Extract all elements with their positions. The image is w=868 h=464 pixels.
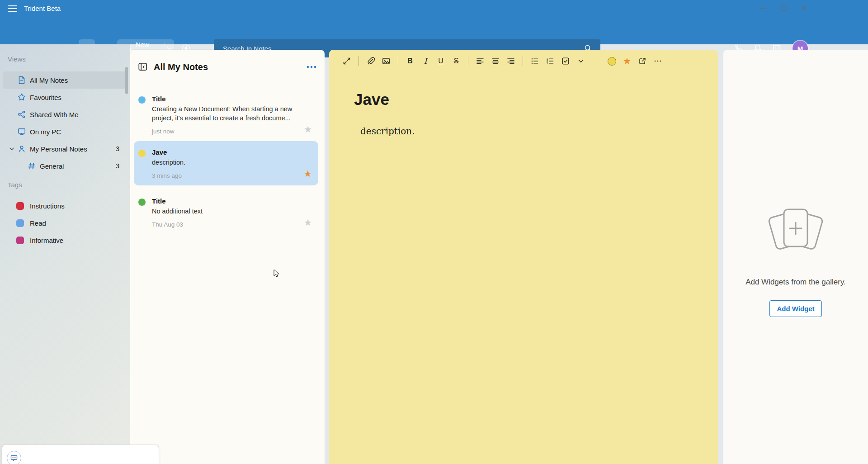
- titlebar: Trident Beta: [0, 0, 868, 18]
- views-list: All My Notes Favourites Shared With Me O…: [0, 71, 130, 175]
- tag-item-informative[interactable]: Informative: [0, 232, 130, 249]
- attach-icon[interactable]: [363, 53, 378, 69]
- underline-icon[interactable]: U: [433, 53, 448, 69]
- tag-color-swatch: [16, 202, 24, 210]
- editor-toolbar: BIUS123★: [329, 50, 718, 71]
- note-body[interactable]: description.: [360, 126, 415, 137]
- note-item-time: Thu Aug 03: [152, 221, 314, 228]
- note-list: Title Creating a New Document: When star…: [130, 88, 325, 234]
- note-list-item[interactable]: Title No additional text Thu Aug 03 ★: [130, 190, 325, 234]
- note-list-title: All My Notes: [154, 62, 208, 72]
- item-count: 3: [116, 162, 127, 170]
- chevron-down-icon[interactable]: [6, 147, 17, 151]
- note-summary: Title No additional text Thu Aug 03: [152, 197, 314, 228]
- person-icon: [17, 144, 26, 153]
- note-summary: Title Creating a New Document: When star…: [152, 95, 314, 135]
- divider: [359, 56, 359, 66]
- note-color-dot: [138, 150, 146, 157]
- tag-label: Read: [30, 219, 46, 227]
- star-icon: [17, 93, 26, 102]
- strikethrough-icon[interactable]: S: [448, 53, 464, 69]
- sidebar-item-favourites[interactable]: Favourites: [3, 89, 127, 106]
- collapse-panel-icon[interactable]: [137, 62, 148, 72]
- color-swatch-icon[interactable]: [604, 53, 619, 69]
- bullet-list-icon[interactable]: [527, 53, 542, 69]
- align-left-icon[interactable]: [472, 53, 488, 69]
- sidebar-item-label: My Personal Notes: [30, 145, 87, 153]
- views-header: Views: [0, 55, 130, 65]
- sidebar-item-label: Shared With Me: [30, 111, 79, 118]
- item-count: 3: [116, 145, 127, 152]
- scrollbar-thumb[interactable]: [125, 67, 128, 94]
- note-color-dot: [138, 96, 146, 104]
- tag-item-read[interactable]: Read: [0, 214, 130, 232]
- bold-icon[interactable]: B: [402, 53, 418, 69]
- app-title: Trident Beta: [24, 5, 61, 12]
- star-icon[interactable]: ★: [304, 169, 312, 178]
- sidebar-item-all-my-notes[interactable]: All My Notes: [3, 71, 127, 89]
- note-title[interactable]: Jave: [354, 90, 389, 109]
- more-options-icon[interactable]: [306, 62, 317, 71]
- minimize-icon[interactable]: [760, 5, 767, 12]
- favourite-star-icon[interactable]: ★: [619, 53, 635, 69]
- sidebar-item-label: All My Notes: [30, 76, 68, 84]
- sidebar-item-label: On my PC: [30, 128, 61, 136]
- tag-color-swatch: [16, 219, 24, 227]
- italic-icon[interactable]: I: [418, 53, 433, 69]
- star-icon[interactable]: ★: [304, 125, 312, 134]
- sidebar-item-label: Favourites: [30, 94, 61, 101]
- numbered-list-icon[interactable]: 123: [542, 53, 558, 69]
- note-list-header: All My Notes: [130, 50, 325, 72]
- note-list-item[interactable]: Title Creating a New Document: When star…: [130, 88, 325, 141]
- note-summary: Jave description. 3 mins ago: [152, 148, 312, 179]
- share-icon: [17, 110, 26, 119]
- note-color-dot: [138, 199, 146, 206]
- tags-list: Instructions Read Informative: [0, 197, 130, 249]
- widgets-message: Add Widgets from the gallery.: [745, 278, 846, 287]
- hash-icon: [27, 161, 36, 170]
- note-item-title: Jave: [152, 148, 312, 156]
- note-item-title: Title: [152, 197, 314, 205]
- sidebar-item-general[interactable]: General 3: [3, 157, 127, 175]
- divider: [468, 56, 468, 66]
- add-widget-button[interactable]: Add Widget: [769, 300, 821, 317]
- note-list-item[interactable]: Jave description. 3 mins ago ★: [134, 141, 318, 185]
- sidebar-item-my-personal-notes[interactable]: My Personal Notes 3: [3, 140, 127, 157]
- sidebar-item-label: General: [40, 162, 64, 170]
- note-item-preview: No additional text: [152, 207, 314, 216]
- sidebar: Views All My Notes Favourites Shared Wit…: [0, 44, 130, 464]
- align-center-icon[interactable]: [488, 53, 503, 69]
- note-item-title: Title: [152, 95, 314, 103]
- tag-color-swatch: [16, 237, 24, 244]
- note-editor: BIUS123★ Jave description.: [329, 50, 718, 464]
- note-item-time: 3 mins ago: [152, 172, 312, 179]
- star-icon[interactable]: ★: [304, 218, 312, 227]
- divider: [523, 56, 523, 66]
- svg-text:3: 3: [547, 62, 548, 65]
- tag-item-instructions[interactable]: Instructions: [0, 197, 130, 214]
- menu-icon[interactable]: [8, 5, 17, 12]
- image-icon[interactable]: [378, 53, 394, 69]
- open-external-icon[interactable]: [635, 53, 650, 69]
- align-right-icon[interactable]: [503, 53, 519, 69]
- maximize-icon[interactable]: [780, 5, 788, 12]
- app-toolbar: New Note: [0, 18, 868, 44]
- note-icon: [17, 76, 26, 85]
- widget-cards-icon: [766, 204, 825, 257]
- sidebar-item-on-my-pc[interactable]: On my PC: [3, 123, 127, 140]
- expand-icon[interactable]: [339, 53, 354, 69]
- tags-header: Tags: [0, 181, 130, 191]
- checkbox-icon[interactable]: [558, 53, 573, 69]
- feedback-chat-icon[interactable]: [7, 451, 21, 464]
- divider: [398, 56, 398, 66]
- close-icon[interactable]: [800, 5, 807, 12]
- sidebar-item-shared-with-me[interactable]: Shared With Me: [3, 106, 127, 123]
- chevron-down-icon[interactable]: [573, 53, 589, 69]
- feedback-popup[interactable]: [2, 445, 159, 464]
- monitor-icon: [17, 127, 26, 136]
- more-icon[interactable]: [650, 53, 665, 69]
- widgets-panel: Add Widgets from the gallery. Add Widget: [723, 50, 868, 464]
- app-window: Trident Beta New Note: [0, 0, 868, 464]
- note-item-preview: description.: [152, 158, 312, 167]
- tag-label: Informative: [30, 237, 63, 244]
